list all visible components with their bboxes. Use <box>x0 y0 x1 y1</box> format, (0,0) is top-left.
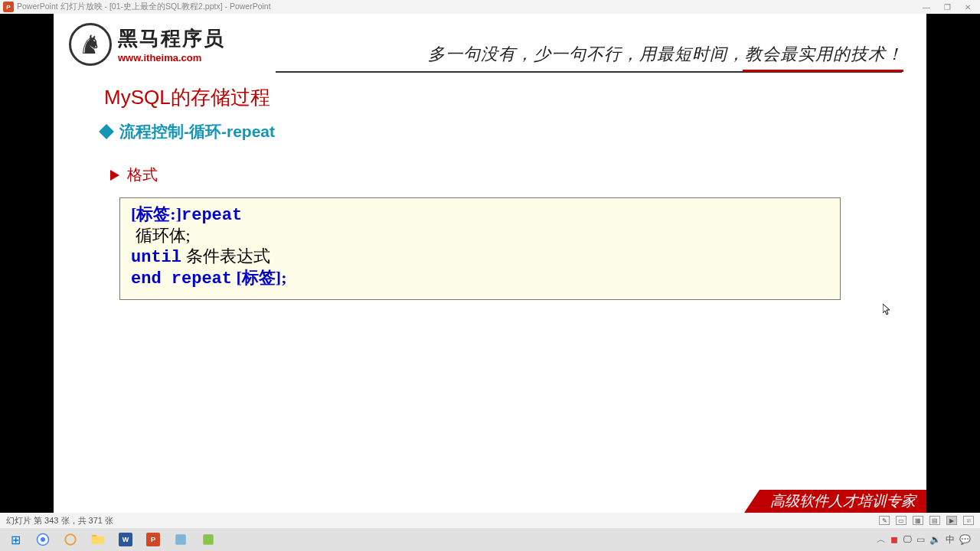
code-end-label: [标签]; <box>232 268 286 287</box>
view-sorter-icon[interactable]: ▦ <box>913 516 923 525</box>
code-body: 循环体; <box>131 226 829 246</box>
svg-point-2 <box>65 534 76 545</box>
view-reading-icon[interactable]: ▤ <box>929 516 940 525</box>
browser-icon[interactable] <box>58 530 83 549</box>
chrome-icon[interactable] <box>31 530 55 549</box>
view-slideshow-icon[interactable]: ▶ <box>946 516 957 525</box>
slogan-text: 多一句没有，少一句不行，用最短时间，教会最实用的技术！ <box>428 43 903 66</box>
section-heading: 流程控制-循环-repeat <box>101 121 275 142</box>
diamond-bullet-icon <box>99 124 114 139</box>
svg-rect-3 <box>92 536 105 545</box>
tray-notification-icon[interactable]: 💬 <box>959 534 971 545</box>
svg-rect-5 <box>175 534 186 545</box>
powerpoint-taskbar-icon[interactable]: P <box>141 530 165 549</box>
word-icon[interactable]: W <box>113 530 138 549</box>
arrow-bullet-icon <box>110 170 119 181</box>
logo: ♞ 黑马程序员 www.itheima.com <box>69 23 225 66</box>
view-pen-icon[interactable]: ✎ <box>879 516 890 525</box>
view-present-icon[interactable]: ⎚ <box>963 516 974 525</box>
divider-line-red <box>743 70 903 72</box>
system-tray[interactable]: ︿ ◼ 🖵 ▭ 🔉 中 💬 <box>877 533 977 546</box>
svg-rect-4 <box>92 535 97 536</box>
code-cond: 条件表达式 <box>181 246 270 266</box>
status-bar: 幻灯片 第 343 张，共 371 张 ✎ ▭ ▦ ▤ ▶ ⎚ <box>0 513 980 528</box>
title-bar: P PowerPoint 幻灯片放映 - [01-史上最全的SQL教程2.ppt… <box>0 0 980 14</box>
section-text: 流程控制-循环-repeat <box>119 121 275 142</box>
logo-text-cn: 黑马程序员 <box>118 25 225 52</box>
powerpoint-icon: P <box>3 2 14 12</box>
view-normal-icon[interactable]: ▭ <box>896 516 906 525</box>
explorer-icon[interactable] <box>86 530 110 549</box>
window-title: PowerPoint 幻灯片放映 - [01-史上最全的SQL教程2.pptx]… <box>17 2 271 12</box>
svg-rect-6 <box>203 534 214 545</box>
app-icon[interactable] <box>168 530 193 549</box>
tray-ime-icon[interactable]: 中 <box>946 533 955 546</box>
restore-button[interactable]: ❐ <box>944 3 951 11</box>
format-label: 格式 <box>127 165 158 185</box>
logo-url: www.itheima.com <box>118 52 225 64</box>
slide[interactable]: ♞ 黑马程序员 www.itheima.com 多一句没有，少一句不行，用最短时… <box>54 14 926 513</box>
slide-title: MySQL的存储过程 <box>104 84 270 111</box>
taskbar[interactable]: ⊞ W P ︿ ◼ 🖵 ▭ 🔉 中 💬 <box>0 528 980 551</box>
app-icon-2[interactable] <box>196 530 220 549</box>
format-heading: 格式 <box>110 165 158 185</box>
slide-counter: 幻灯片 第 343 张，共 371 张 <box>6 515 113 527</box>
code-kw-repeat: repeat <box>181 206 242 225</box>
code-kw-end: end repeat <box>131 269 232 289</box>
tray-battery-icon[interactable]: ▭ <box>916 534 925 545</box>
close-button[interactable]: ✕ <box>965 3 971 11</box>
letterbox-right <box>926 14 980 513</box>
footer-text: 高级软件人才培训专家 <box>760 490 926 513</box>
start-button[interactable]: ⊞ <box>3 530 28 549</box>
svg-point-1 <box>41 537 45 542</box>
tray-app-icon[interactable]: ◼ <box>890 534 898 545</box>
tray-monitor-icon[interactable]: 🖵 <box>903 534 912 545</box>
minimize-button[interactable]: — <box>923 3 930 11</box>
code-kw-until: until <box>131 248 181 267</box>
tray-up-icon[interactable]: ︿ <box>877 533 886 546</box>
logo-horse-icon: ♞ <box>69 23 112 66</box>
code-block: [标签:]repeat 循环体; until 条件表达式 end repeat … <box>119 197 841 300</box>
code-bracket: [标签:] <box>131 204 181 223</box>
footer-ribbon: 高级软件人才培训专家 <box>744 490 926 513</box>
tray-sound-icon[interactable]: 🔉 <box>929 534 941 545</box>
letterbox-left <box>0 14 54 513</box>
